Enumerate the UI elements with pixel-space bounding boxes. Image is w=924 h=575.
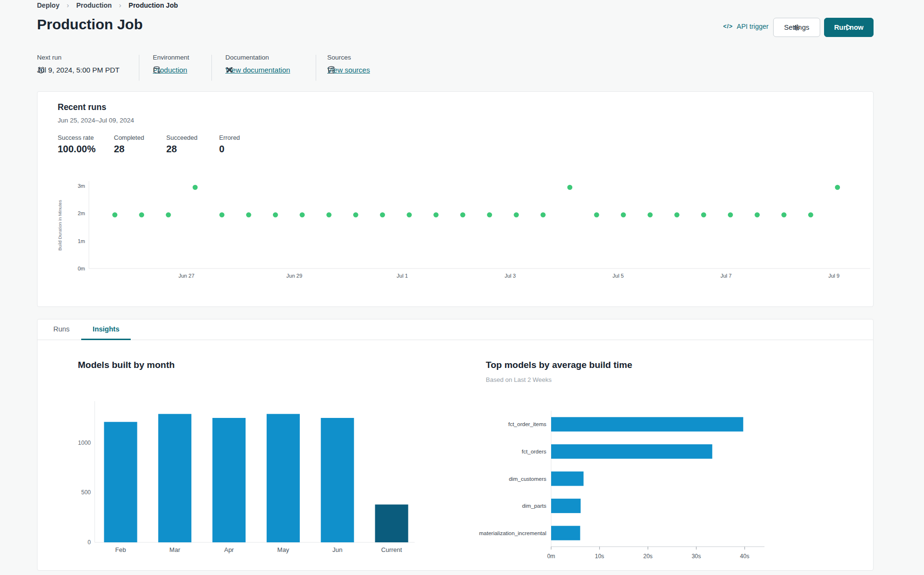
month-bar-feb[interactable] (104, 422, 137, 542)
view-documentation-link[interactable]: View documentation (225, 66, 290, 74)
month-bar-may[interactable] (267, 414, 300, 542)
api-trigger-link[interactable]: </> API trigger (723, 23, 769, 30)
svg-text:Feb: Feb (115, 546, 126, 553)
settings-button[interactable]: Settings (773, 18, 820, 37)
sources-label: Sources (327, 54, 370, 61)
svg-text:1000: 1000 (78, 440, 91, 446)
environment-label: Environment (153, 54, 189, 61)
scatter-point[interactable] (246, 212, 251, 218)
scatter-point[interactable] (407, 212, 412, 218)
sources-section: Sources View sources (327, 54, 370, 74)
gear-icon (793, 24, 801, 31)
scatter-point[interactable] (674, 212, 679, 218)
recent-runs-title: Recent runs (58, 102, 106, 112)
month-bar-apr[interactable] (212, 418, 246, 542)
stat-succeeded: Succeeded 28 (166, 134, 197, 155)
svg-text:Jun: Jun (333, 546, 343, 553)
svg-text:0m: 0m (547, 553, 555, 560)
svg-text:Build Duration in Minutes: Build Duration in Minutes (57, 200, 62, 251)
scatter-point[interactable] (728, 212, 733, 218)
svg-text:Jul 7: Jul 7 (720, 273, 731, 279)
scatter-point[interactable] (701, 212, 706, 218)
scatter-point[interactable] (112, 212, 118, 218)
scatter-point[interactable] (621, 212, 626, 218)
svg-text:dim_customers: dim_customers (509, 476, 546, 482)
scatter-point[interactable] (541, 212, 546, 218)
scatter-point[interactable] (460, 212, 466, 218)
scatter-point[interactable] (139, 212, 144, 218)
model-bar-fct_orders[interactable] (551, 444, 712, 459)
stat-errored: Errored 0 (219, 134, 240, 155)
scatter-point[interactable] (835, 185, 840, 190)
svg-text:1m: 1m (78, 238, 85, 244)
top-models-chart-subtitle: Based on Last 2 Weeks (486, 376, 552, 383)
scatter-point[interactable] (353, 212, 358, 218)
top-models-chart-title: Top models by average build time (486, 360, 632, 370)
scatter-point[interactable] (808, 212, 813, 218)
tab-insights[interactable]: Insights (81, 319, 131, 340)
models-built-bar-chart: 05001000FebMarAprMayJunCurrent (73, 397, 428, 561)
svg-text:fct_order_items: fct_order_items (508, 421, 547, 427)
svg-text:May: May (277, 546, 289, 553)
divider (139, 55, 139, 81)
alarm-clock-icon (37, 66, 45, 74)
month-bar-mar[interactable] (158, 414, 191, 542)
svg-text:Apr: Apr (224, 546, 234, 553)
breadcrumb-production-job: Production Job (129, 1, 178, 9)
model-bar-materialization_incremental[interactable] (551, 526, 580, 540)
play-icon (846, 24, 852, 31)
model-bar-fct_order_items[interactable] (551, 417, 743, 431)
scatter-point[interactable] (166, 212, 171, 218)
recent-runs-date-range: Jun 25, 2024–Jul 09, 2024 (58, 117, 134, 124)
scatter-point[interactable] (514, 212, 519, 218)
svg-text:Jul 9: Jul 9 (828, 273, 839, 279)
stat-success-rate: Success rate 100.00% (58, 134, 96, 155)
scatter-point[interactable] (755, 212, 760, 218)
breadcrumb-deploy[interactable]: Deploy (37, 1, 60, 9)
scatter-point[interactable] (648, 212, 653, 218)
breadcrumb-production[interactable]: Production (76, 1, 112, 9)
tabbar: Runs Insights (37, 319, 873, 340)
svg-text:dim_parts: dim_parts (522, 503, 547, 509)
divider (211, 55, 212, 81)
tab-runs[interactable]: Runs (42, 319, 81, 340)
code-icon: </> (723, 23, 733, 30)
model-bar-dim_customers[interactable] (551, 472, 583, 486)
scatter-point[interactable] (193, 185, 198, 190)
scatter-point[interactable] (594, 212, 599, 218)
scatter-point[interactable] (781, 212, 787, 218)
svg-text:40s: 40s (740, 553, 749, 560)
scatter-point[interactable] (433, 212, 439, 218)
month-bar-jun[interactable] (321, 418, 354, 542)
svg-text:Jun 27: Jun 27 (178, 273, 194, 279)
scatter-point[interactable] (220, 212, 225, 218)
scatter-point[interactable] (300, 212, 305, 218)
chevron-right-icon: › (67, 1, 69, 9)
scatter-point[interactable] (273, 212, 278, 218)
svg-text:30s: 30s (691, 553, 701, 560)
scatter-point[interactable] (380, 212, 385, 218)
svg-text:Mar: Mar (170, 546, 181, 553)
run-now-button[interactable]: Run now (824, 18, 874, 37)
model-bar-dim_parts[interactable] (551, 499, 580, 513)
next-run-label: Next run (37, 54, 120, 61)
production-job-page: Deploy › Production › Production Job Pro… (0, 0, 924, 575)
insights-card: Runs Insights Models built by month 0500… (37, 319, 874, 571)
next-run-value: Jul 9, 2024, 5:00 PM PDT (37, 66, 120, 74)
scatter-point[interactable] (487, 212, 493, 218)
svg-text:Jul 3: Jul 3 (505, 273, 516, 279)
breadcrumb: Deploy › Production › Production Job (37, 1, 178, 9)
scatter-point[interactable] (326, 212, 332, 218)
svg-text:0: 0 (87, 539, 91, 546)
svg-text:Jun 29: Jun 29 (286, 273, 302, 279)
chevron-right-icon: › (119, 1, 122, 9)
divider (316, 55, 316, 81)
svg-text:20s: 20s (643, 553, 653, 560)
dbt-docs-icon (225, 66, 234, 74)
stat-completed: Completed 28 (114, 134, 144, 155)
scatter-point[interactable] (567, 185, 573, 190)
svg-text:Current: Current (381, 546, 402, 553)
svg-text:500: 500 (81, 489, 91, 496)
api-trigger-label: API trigger (737, 23, 768, 30)
month-bar-current[interactable] (375, 504, 408, 542)
